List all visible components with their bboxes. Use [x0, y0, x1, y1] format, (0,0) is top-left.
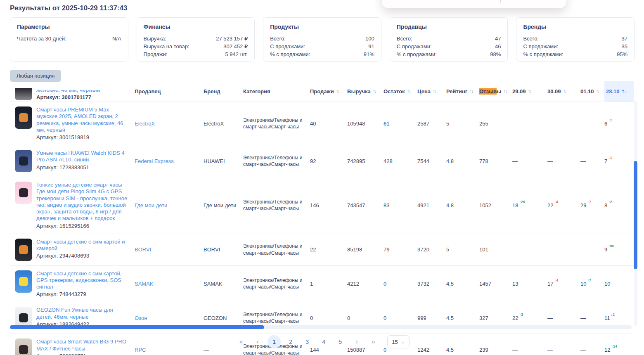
stat-label: Всего: — [523, 35, 539, 43]
product-title-link[interactable]: Смарт часы детские с сим картой, GPS тре… — [36, 270, 130, 291]
date-28-10-value: 7↓1 — [604, 158, 634, 164]
table-row: Тонкие умные детские смарт часы Где мои … — [10, 177, 634, 234]
chevron-down-icon: ⌄ — [401, 339, 405, 345]
date-28-10-value: 8↑2 — [604, 202, 634, 208]
revenue-value: 105948 — [347, 121, 384, 127]
vertical-scrollbar-thumb[interactable] — [634, 161, 637, 269]
column-header-цена[interactable]: Цена↑↓ — [417, 88, 446, 95]
product-article: Артикул: 3001519819 — [36, 134, 130, 140]
prev-page-button[interactable]: ‹ — [251, 335, 264, 348]
stat-value: 47 — [495, 35, 501, 43]
card-stat-row: С продажами: 35 — [523, 43, 627, 50]
position-down-change: ↓4 — [554, 200, 558, 204]
product-title-link[interactable]: GEOZON Fun Умные часы для детей, 46мм, ч… — [36, 307, 130, 320]
page-button-5[interactable]: 5 — [334, 335, 347, 348]
column-label: 30.09 — [547, 88, 561, 95]
first-page-button[interactable]: « — [234, 335, 248, 348]
card-stat-row: Выручка: 27 523 157 ₽ — [144, 35, 248, 43]
stat-value: 95% — [617, 50, 627, 58]
product-title-link[interactable]: Смарт часы PREMIUM 5 Max мужские 2025, A… — [36, 106, 130, 133]
column-header-продажи[interactable]: Продажи↑↓ — [310, 88, 347, 95]
sort-arrows-icon[interactable]: ↑↓ — [528, 88, 532, 94]
seller-link[interactable]: ElectroX — [135, 121, 204, 127]
column-label: 01.10 — [580, 88, 594, 95]
brand-label: HUAWEI — [204, 158, 243, 164]
product-image — [15, 182, 32, 204]
product-image — [15, 106, 32, 129]
sort-ascending-icon[interactable] — [622, 89, 627, 94]
watch-face-graphic — [19, 156, 28, 166]
column-header-30-09[interactable]: 30.09↑↓ — [547, 88, 580, 95]
date-01-10-value: — — [580, 158, 604, 164]
sort-arrows-icon[interactable]: ↑↓ — [563, 88, 567, 94]
sort-arrows-icon[interactable]: ↑↓ — [373, 88, 377, 94]
brand-label: ElectroX — [204, 121, 243, 127]
column-header-28-10[interactable]: 28.10 — [604, 81, 634, 102]
product-article: Артикул: 3001701177 — [36, 94, 119, 100]
sort-arrows-icon[interactable]: ↑↓ — [503, 88, 507, 94]
sort-arrows-icon[interactable]: ↑↓ — [407, 88, 411, 94]
reviews-value: 327 — [479, 315, 512, 321]
stat-value: 27 523 157 ₽ — [216, 35, 248, 43]
rating-value: 5 — [446, 246, 479, 253]
date-29-09-value: 22↑3 — [512, 315, 547, 321]
column-header-бренд: Бренд — [204, 88, 243, 95]
sort-arrows-icon[interactable]: ↑↓ — [336, 88, 340, 94]
page-size-select[interactable]: 15 ⌄ — [387, 335, 410, 348]
date-01-10-value: 10↑7 — [580, 280, 604, 287]
column-header-выручка[interactable]: Выручка↑↓ — [347, 88, 384, 95]
sort-arrows-icon[interactable]: ↑↓ — [433, 88, 437, 94]
sales-value: 1 — [310, 281, 347, 287]
seller-link[interactable]: Где мои дети — [135, 202, 204, 208]
column-header-рейтинг[interactable]: Рейтинг↑↓ — [446, 88, 479, 95]
column-label: Бренд — [204, 88, 220, 95]
sales-value: 22 — [310, 246, 347, 253]
scrolled-partial-row[interactable]: женские, 46 мм, черный Артикул: 30017011… — [10, 81, 135, 102]
position-down-change: ↓7 — [587, 200, 591, 204]
column-header-категория: Категория — [243, 88, 310, 95]
stock-value: 83 — [384, 202, 417, 208]
stat-label: Продажи: — [144, 50, 168, 58]
column-header-остаток[interactable]: Остаток↑↓ — [384, 88, 417, 95]
product-title-link[interactable]: Смарт часы детские с сим-картой и камеро… — [36, 239, 130, 252]
stat-label: % с продажами: — [270, 50, 310, 58]
column-label: Отзывы — [479, 88, 501, 95]
rating-value: 5 — [446, 121, 479, 127]
stat-value: 91 — [368, 43, 374, 50]
position-up-change: ↑20 — [519, 200, 525, 204]
column-label: Продавец — [135, 88, 161, 95]
page-button-4[interactable]: 4 — [317, 335, 330, 348]
next-page-button[interactable]: › — [350, 335, 363, 348]
page-button-3[interactable]: 3 — [301, 335, 314, 348]
brand-label: BORVI — [204, 246, 243, 253]
category-label: Электроника/Телефоны и смарт-часы/Смарт-… — [243, 154, 310, 168]
sort-arrows-icon[interactable]: ↑↓ — [596, 88, 600, 94]
sort-arrows-icon[interactable]: ↑↓ — [469, 88, 474, 94]
seller-link[interactable]: Federal Express — [135, 158, 204, 164]
price-value: 3732 — [417, 281, 446, 287]
column-header-29-09[interactable]: 29.09↑↓ — [512, 88, 547, 95]
page-button-1[interactable]: 1 — [268, 335, 281, 348]
product-title-link[interactable]: Умные часы HUAWEI Watch KIDS 4 Pro ASN-A… — [36, 150, 130, 163]
reviews-value: 255 — [479, 121, 512, 127]
column-header-отзывы[interactable]: Отзывы↑↓ — [479, 88, 512, 95]
revenue-value: 743547 — [347, 202, 384, 208]
seller-link[interactable]: BORVI — [135, 246, 204, 253]
date-29-09-value: 13 — [512, 281, 547, 287]
brand-label: Где мои дети — [204, 202, 243, 208]
horizontal-scrollbar-thumb[interactable] — [10, 325, 264, 329]
last-page-button[interactable]: » — [367, 335, 380, 348]
product-title-link[interactable]: Тонкие умные детские смарт часы Где мои … — [36, 182, 130, 222]
price-value: 7544 — [417, 158, 446, 164]
clipped-product-title: женские, 46 мм, черный — [36, 90, 119, 94]
summary-cards: Параметры Частота за 30 дней: N/A Финанс… — [10, 17, 635, 62]
seller-link[interactable]: SAMAK — [135, 281, 204, 287]
seller-link[interactable]: Озон — [135, 315, 204, 321]
page-button-2[interactable]: 2 — [284, 335, 297, 348]
stat-value: 91% — [364, 50, 374, 58]
card-stat-row: Продажи: 5 942 шт. — [144, 50, 248, 58]
card-stat-row: % с продажами: 95% — [523, 50, 627, 58]
card-rows: Всего: 100 С продажами: 91 % с продажами… — [270, 35, 374, 58]
column-header-01-10[interactable]: 01.10↑↓ — [580, 88, 604, 95]
any-position-filter-button[interactable]: Любая позиция — [10, 70, 61, 82]
